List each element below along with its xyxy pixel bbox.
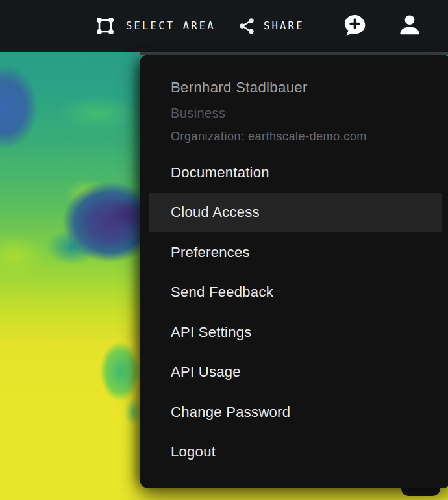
feedback-bubble-plus-icon [340, 12, 369, 40]
share-button[interactable]: SHARE [236, 0, 305, 52]
account-dropdown-menu: Bernhard Stadlbauer Business Organizatio… [140, 55, 448, 488]
share-icon [236, 16, 257, 36]
account-plan: Business [171, 105, 420, 121]
send-feedback-button[interactable] [340, 12, 369, 40]
menu-item-preferences[interactable]: Preferences [149, 232, 442, 273]
select-area-icon [94, 15, 116, 37]
select-area-label: SELECT AREA [126, 20, 216, 32]
account-organization: Organization: earthscale-demo.com [171, 129, 420, 144]
person-icon [397, 13, 423, 38]
menu-item-logout[interactable]: Logout [149, 432, 442, 473]
menu-item-api-settings[interactable]: API Settings [149, 312, 442, 353]
menu-item-cloud-access[interactable]: Cloud Access [149, 193, 442, 233]
menu-item-api-usage[interactable]: API Usage [149, 353, 442, 393]
menu-item-documentation[interactable]: Documentation [149, 153, 442, 193]
menu-item-change-password[interactable]: Change Password [149, 392, 442, 432]
account-info-header: Bernhard Stadlbauer Business Organizatio… [140, 79, 448, 153]
menu-item-list: Documentation Cloud Access Preferences S… [140, 153, 448, 472]
top-bar: SELECT AREA SHARE [0, 0, 448, 52]
account-menu-button[interactable] [397, 13, 423, 38]
share-label: SHARE [264, 20, 305, 32]
menu-item-send-feedback[interactable]: Send Feedback [149, 273, 442, 313]
account-name: Bernhard Stadlbauer [171, 79, 420, 96]
select-area-button[interactable]: SELECT AREA [94, 0, 216, 52]
